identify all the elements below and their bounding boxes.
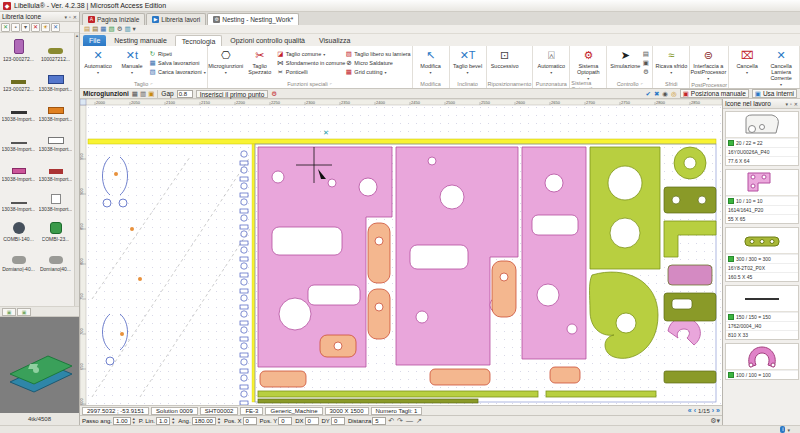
field-input[interactable]: 0 [305, 417, 319, 425]
wrench-icon[interactable]: ⚙ [271, 90, 277, 98]
library-refresh-icon[interactable]: ☀ [41, 23, 50, 32]
list-item[interactable]: 13038-Import... [37, 93, 74, 123]
button-automatico[interactable]: ⍓Automatico▾ [534, 47, 568, 79]
ribbon-small-button[interactable]: ▤ [642, 50, 651, 58]
field-input[interactable]: 1.0 [156, 417, 170, 425]
confirm-icon[interactable]: ✔ [645, 90, 650, 98]
button-ponticelli[interactable]: ≍Ponticelli [277, 68, 346, 76]
button-taglio-bevel[interactable]: ✕TTaglio bevel▾ [451, 47, 485, 79]
cancel-icon[interactable]: ✖ [654, 90, 659, 98]
table-view-icon[interactable]: ▥ [140, 90, 146, 98]
button-micro-saldature[interactable]: ⊘Micro Saldature [345, 59, 410, 67]
ribbon-tab-opzioni-controllo-qualit-[interactable]: Opzioni controllo qualità [224, 35, 311, 46]
library-dot-icon[interactable]: ▪ [11, 23, 20, 32]
info-icon[interactable]: i [780, 426, 785, 433]
panel-dropdown-icon[interactable]: ▾ [65, 14, 68, 20]
nesting-canvas[interactable]: 2000205021002150220022502300235024002450… [80, 99, 722, 405]
list-item[interactable]: COMBI-140... [0, 213, 37, 243]
rotate-ccw-icon[interactable]: ↶ [388, 417, 394, 425]
list-item[interactable]: 13038-Import... [0, 153, 37, 183]
move-arrow-icon[interactable]: ↗ [416, 417, 422, 425]
library-dropdown-icon[interactable]: ▾ [21, 23, 30, 32]
field-input[interactable]: 0 [331, 417, 345, 425]
work-icon-card[interactable]: 100 / 100 = 100 [725, 343, 799, 380]
list-item[interactable]: Domiano|-40... [0, 243, 37, 273]
button-sistema-optopath[interactable]: ⚙Sistema Optopath▾ [571, 47, 605, 81]
ribbon-small-button[interactable]: ▣ [642, 59, 651, 67]
list-item[interactable]: 13038-Import... [0, 123, 37, 153]
field-input[interactable]: 1.00 [113, 417, 131, 425]
button-manuale[interactable]: ✕tManuale▾ [115, 47, 149, 79]
prev-page-icon[interactable]: ‹ [694, 407, 696, 414]
spinner-icon[interactable]: ▲▼ [217, 417, 221, 425]
button-successivo[interactable]: ⊡Successivo [488, 47, 522, 79]
field-input[interactable]: 180.00 [192, 417, 216, 425]
list-item[interactable]: Domiano|40... [37, 243, 74, 273]
library-tab-2[interactable]: ▣ [17, 308, 31, 316]
button-taglio-libero-su-lamiera[interactable]: ▨Taglio libero su lamiera [345, 50, 410, 58]
ribbon-small-button[interactable]: ⚙ [642, 68, 651, 76]
group-expander-icon[interactable]: ⌐ [150, 81, 152, 86]
gap-input[interactable]: 0.8 [177, 90, 193, 98]
button-automatico[interactable]: ✕Automatico▾ [81, 47, 115, 79]
field-input[interactable]: 0 [243, 417, 257, 425]
settings-icon[interactable]: ⚙ [117, 25, 123, 33]
open-folder2-icon[interactable]: ▤ [92, 25, 98, 33]
library-new-icon[interactable]: ✕ [1, 23, 10, 32]
panel-close-icon[interactable]: ✕ [73, 14, 77, 20]
measure-icon[interactable]: — [406, 417, 413, 425]
open-folder-icon[interactable]: ▤ [84, 25, 90, 33]
list-item[interactable]: 13038-Import... [37, 183, 74, 213]
button-carica-lavorazioni[interactable]: ▧Carica lavorazioni▾ [149, 68, 206, 76]
button-ripeti[interactable]: ↻Ripeti [149, 50, 206, 58]
info-caret-icon[interactable]: ▾ [787, 427, 790, 433]
first-page-icon[interactable]: « [688, 407, 692, 414]
button-taglio-spezzato[interactable]: ✂Taglio Spezzato [243, 47, 277, 79]
toggle-posiziona-manuale[interactable]: ▣Posiziona manuale [680, 89, 749, 98]
list-item[interactable]: 123-000272... [0, 63, 37, 93]
ribbon-tab-visualizza[interactable]: Visualizza [313, 35, 356, 46]
list-item[interactable]: 13038-Import... [0, 93, 37, 123]
sheet-3d-preview[interactable] [0, 317, 79, 413]
list-item[interactable]: 13038-Import... [0, 183, 37, 213]
button-cancella-lamiera-corrente[interactable]: ✕Cancella Lamiera Corrente▾ [764, 47, 798, 87]
spinner-icon[interactable]: ▲▼ [171, 417, 175, 425]
icon-library-scrollbar[interactable]: ▲ [74, 33, 79, 306]
work-icon-card[interactable]: 150 / 150 = 1501762/0004_I40810 X 33 [725, 285, 799, 340]
doc-tab-3[interactable]: ⚙Nesting - Nesting_Work* [207, 13, 299, 25]
list-item[interactable]: 13038-Import... [37, 123, 74, 153]
work-icon-card[interactable]: 20 / 22 = 2216Y0U0026A_P4077.6 X 64 [725, 111, 799, 166]
list-item[interactable]: COMBI-23... [37, 213, 74, 243]
group-expander-icon[interactable]: ⌐ [641, 81, 643, 86]
ribbon-tab-nesting-manuale[interactable]: Nesting manuale [108, 35, 173, 46]
rpanel-dropdown-icon[interactable]: ▾ [786, 101, 789, 107]
print-icon[interactable]: ▥ [124, 25, 130, 33]
group-expander-icon[interactable]: ⌐ [330, 81, 332, 86]
button-modifica[interactable]: ↖Modifica▾ [414, 47, 448, 79]
panel-pin-icon[interactable]: ▫ [69, 14, 71, 20]
next-page-icon[interactable]: › [712, 407, 714, 414]
eye-icon[interactable]: ◉ [662, 90, 668, 98]
rpanel-close-icon[interactable]: ✕ [794, 101, 798, 107]
library-options-icon[interactable]: ✕ [51, 23, 60, 32]
list-item[interactable]: 123-000272... [0, 33, 37, 63]
toggle-usa-interni[interactable]: ▣Usa interni [752, 89, 797, 98]
button-sfondamento-in-comune[interactable]: ⋈Sfondamento in comune [277, 59, 346, 67]
export-icon[interactable]: ▧ [108, 25, 114, 33]
image-view-icon[interactable]: ▣ [148, 90, 154, 98]
grid-view-icon[interactable]: ▦ [132, 90, 138, 98]
nested-magenta-parts[interactable] [258, 147, 586, 367]
list-item[interactable]: 100027212... [37, 33, 74, 63]
ribbon-tab-tecnologia[interactable]: Tecnologia [175, 35, 222, 46]
snap-dropdown-icon[interactable]: ▾ [716, 417, 720, 424]
library-delete-icon[interactable]: ✕ [31, 23, 40, 32]
field-input[interactable]: 0 [278, 417, 292, 425]
field-input[interactable]: 5 [372, 417, 386, 425]
button-ricava-sfrido[interactable]: ≈Ricava sfrido▾ [654, 47, 688, 79]
last-page-icon[interactable]: » [716, 407, 720, 414]
probe-icon[interactable]: ◎ [671, 90, 677, 98]
work-icon-card[interactable]: 10 / 10 = 101614/1641_P2055 X 65 [725, 169, 799, 224]
ribbon-tab-file[interactable]: File [83, 35, 106, 46]
qat-dropdown-icon[interactable]: ▾ [133, 25, 136, 33]
button-grid-cutting[interactable]: ▦Grid cutting▾ [345, 68, 410, 76]
